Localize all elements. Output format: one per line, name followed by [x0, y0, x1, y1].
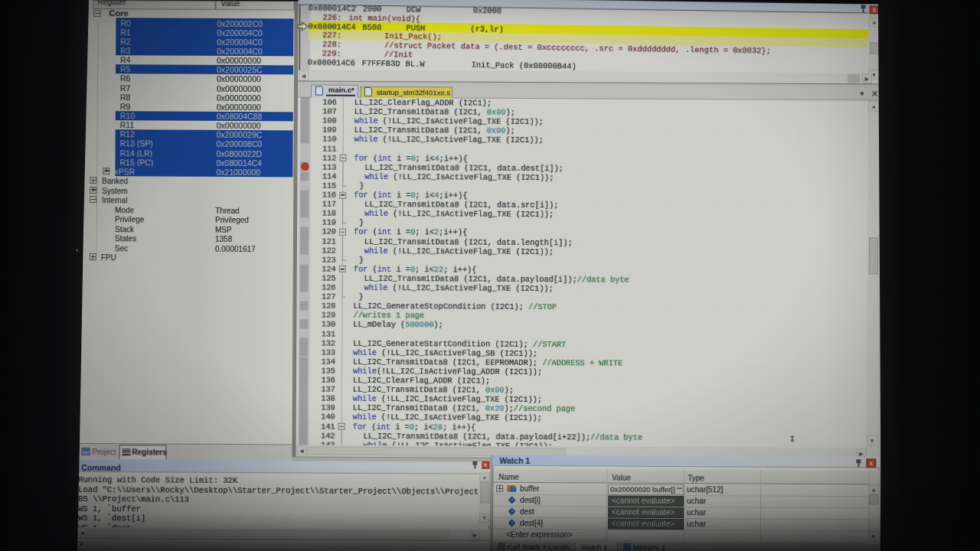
- svg-text:‹: ‹: [76, 245, 79, 254]
